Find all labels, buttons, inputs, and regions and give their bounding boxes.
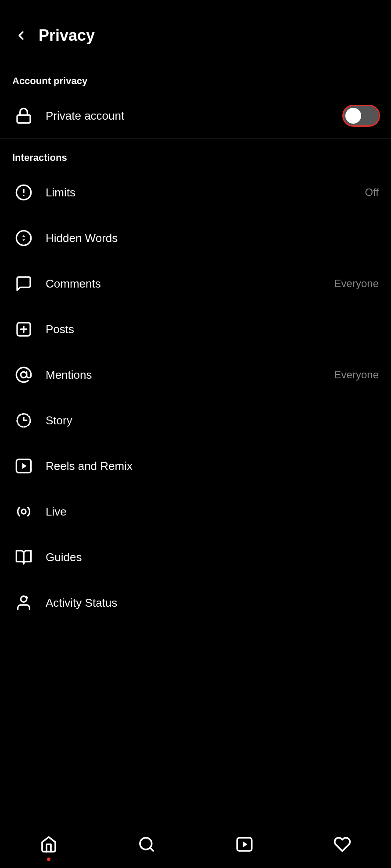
limits-icon	[12, 181, 35, 204]
account-privacy-section: Account privacy Private account	[0, 58, 391, 139]
reels-remix-item[interactable]: Reels and Remix	[0, 443, 391, 489]
private-account-item[interactable]: Private account	[0, 93, 391, 139]
limits-item[interactable]: Limits Off	[0, 170, 391, 215]
story-item[interactable]: Story	[0, 398, 391, 443]
privacy-screen: Privacy Account privacy Private account	[0, 0, 391, 868]
mentions-item[interactable]: Mentions Everyone	[0, 352, 391, 398]
activity-status-item[interactable]: Activity Status	[0, 580, 391, 626]
heart-icon	[333, 835, 352, 854]
bottom-nav	[0, 820, 391, 868]
interactions-header: Interactions	[0, 139, 391, 170]
guides-item[interactable]: Guides	[0, 534, 391, 580]
limits-value: Off	[365, 186, 379, 199]
nav-activity[interactable]	[293, 820, 391, 868]
comments-label: Comments	[46, 277, 329, 291]
posts-icon	[12, 318, 35, 341]
page-title: Privacy	[39, 26, 95, 45]
mentions-value: Everyone	[334, 369, 379, 381]
home-notification-dot	[47, 857, 50, 861]
search-icon	[137, 835, 156, 854]
nav-reels[interactable]	[196, 820, 294, 868]
reels-nav-icon	[235, 835, 254, 854]
activity-status-label: Activity Status	[46, 596, 379, 610]
hidden-words-label: Hidden Words	[46, 231, 379, 245]
posts-item[interactable]: Posts	[0, 306, 391, 352]
mentions-label: Mentions	[46, 368, 329, 382]
svg-point-5	[22, 237, 25, 240]
guides-label: Guides	[46, 551, 379, 564]
live-label: Live	[46, 505, 379, 519]
reels-remix-label: Reels and Remix	[46, 459, 379, 473]
limits-label: Limits	[46, 186, 359, 199]
posts-label: Posts	[46, 323, 379, 336]
svg-point-9	[21, 372, 26, 377]
mentions-icon	[12, 363, 35, 386]
svg-marker-20	[243, 841, 248, 847]
reels-icon	[12, 455, 35, 477]
header: Privacy	[0, 0, 391, 58]
svg-marker-14	[22, 463, 27, 469]
back-button[interactable]	[12, 27, 30, 44]
live-icon	[12, 500, 35, 523]
nav-home[interactable]	[0, 820, 98, 868]
hidden-words-item[interactable]: Hidden Words	[0, 215, 391, 261]
svg-point-15	[22, 509, 26, 514]
story-icon	[12, 409, 35, 432]
comments-item[interactable]: Comments Everyone	[0, 261, 391, 306]
private-account-toggle[interactable]	[344, 106, 379, 125]
comments-value: Everyone	[334, 277, 379, 290]
live-item[interactable]: Live	[0, 489, 391, 534]
svg-line-18	[150, 847, 153, 850]
activity-status-icon	[12, 591, 35, 614]
toggle-track	[344, 106, 379, 125]
comments-icon	[12, 272, 35, 295]
toggle-thumb	[345, 108, 361, 124]
home-icon	[39, 835, 58, 854]
content: Account privacy Private account	[0, 58, 391, 868]
guides-icon	[12, 546, 35, 569]
interactions-section: Interactions Limits Off	[0, 139, 391, 626]
private-account-label: Private account	[46, 109, 344, 123]
story-label: Story	[46, 414, 379, 427]
svg-rect-0	[17, 115, 30, 123]
lock-icon	[12, 104, 35, 127]
account-privacy-header: Account privacy	[0, 62, 391, 93]
nav-search[interactable]	[98, 820, 196, 868]
hidden-words-icon	[12, 227, 35, 249]
svg-point-16	[21, 596, 26, 602]
